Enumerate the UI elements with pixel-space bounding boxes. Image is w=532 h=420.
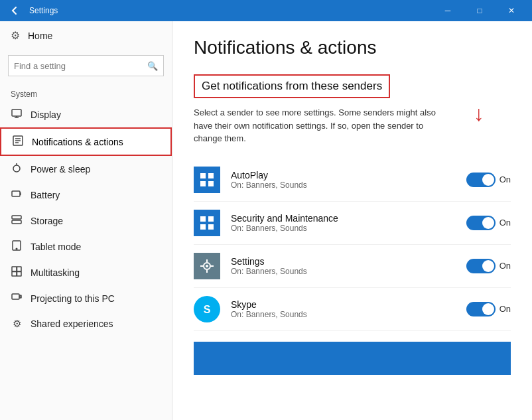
app-item-security[interactable]: Security and Maintenance On: Banners, So… (194, 202, 511, 245)
home-icon: ⚙ (11, 29, 20, 42)
svg-rect-16 (12, 267, 17, 271)
search-input[interactable] (14, 61, 147, 71)
storage-label: Storage (31, 216, 63, 226)
svg-point-34 (206, 265, 208, 267)
multitasking-icon (11, 266, 23, 279)
svg-rect-20 (12, 294, 19, 299)
tablet-label: Tablet mode (31, 242, 81, 252)
title-bar: Settings ─ □ ✕ (0, 0, 532, 21)
window-title: Settings (29, 6, 432, 15)
security-toggle[interactable] (466, 216, 496, 230)
skype-sub: On: Banners, Sounds (231, 310, 466, 319)
notifications-label: Notifications & actions (32, 137, 123, 147)
svg-rect-9 (12, 191, 20, 196)
app-item-skype[interactable]: S Skype On: Banners, Sounds On (194, 288, 511, 331)
skype-name: Skype (231, 299, 466, 310)
battery-icon (11, 188, 23, 201)
sidebar-item-projecting[interactable]: Projecting to this PC (0, 285, 172, 311)
svg-rect-12 (12, 216, 21, 219)
maximize-button[interactable]: □ (464, 0, 495, 21)
svg-point-7 (13, 165, 20, 172)
autoplay-toggle-area: On (466, 173, 511, 187)
autoplay-info: AutoPlay On: Banners, Sounds (231, 170, 466, 190)
security-toggle-label: On (499, 218, 511, 228)
shared-icon: ⚙ (11, 318, 23, 330)
settings-app-sub: On: Banners, Sounds (231, 267, 466, 276)
arrow-down-icon: ↓ (474, 103, 484, 124)
search-box: 🔍 (8, 55, 164, 76)
svg-rect-21 (20, 295, 21, 298)
power-label: Power & sleep (31, 164, 90, 175)
battery-label: Battery (31, 190, 60, 200)
sidebar-item-multitasking[interactable]: Multitasking (0, 259, 172, 285)
settings-window: Settings ─ □ ✕ ⚙ Home 🔍 System (0, 0, 532, 420)
projecting-icon (11, 292, 23, 305)
svg-point-15 (16, 248, 17, 249)
svg-text:S: S (204, 304, 211, 315)
svg-rect-23 (200, 173, 206, 178)
skype-toggle-label: On (499, 304, 511, 314)
settings-app-icon (194, 253, 220, 279)
display-icon (11, 108, 23, 121)
svg-rect-18 (12, 272, 17, 277)
sidebar-item-tablet[interactable]: Tablet mode (0, 234, 172, 259)
skype-icon: S (194, 296, 220, 322)
settings-toggle-area: On (466, 259, 511, 273)
section-header-box: Get notifications from these senders (194, 74, 390, 98)
skype-toggle[interactable] (466, 302, 496, 316)
app-list: AutoPlay On: Banners, Sounds On (194, 159, 511, 375)
back-button[interactable] (5, 1, 24, 20)
security-sub: On: Banners, Sounds (231, 224, 466, 233)
storage-icon (11, 214, 23, 227)
sidebar-item-power[interactable]: Power & sleep (0, 156, 172, 182)
svg-rect-30 (200, 224, 206, 230)
svg-rect-26 (208, 181, 214, 186)
sidebar-item-home[interactable]: ⚙ Home (0, 21, 172, 50)
search-icon: 🔍 (147, 61, 158, 71)
svg-rect-17 (17, 267, 22, 271)
skype-toggle-area: On (466, 302, 511, 316)
sidebar-item-shared[interactable]: ⚙ Shared experiences (0, 311, 172, 336)
minimize-button[interactable]: ─ (432, 0, 463, 21)
autoplay-toggle[interactable] (466, 173, 496, 187)
sidebar-item-display[interactable]: Display (0, 102, 172, 127)
arrow-indicator: ↓ (474, 103, 484, 124)
page-title: Notifications & actions (194, 37, 511, 58)
app-item-autoplay[interactable]: AutoPlay On: Banners, Sounds On (194, 159, 511, 202)
security-toggle-area: On (466, 216, 511, 230)
svg-rect-19 (17, 272, 22, 277)
content-area: ⚙ Home 🔍 System Display (0, 21, 532, 420)
sidebar-item-battery[interactable]: Battery (0, 182, 172, 208)
svg-rect-24 (208, 173, 214, 178)
svg-rect-25 (200, 181, 206, 186)
close-button[interactable]: ✕ (496, 0, 527, 21)
svg-rect-29 (208, 216, 214, 222)
svg-rect-13 (12, 220, 21, 224)
autoplay-name: AutoPlay (231, 170, 466, 180)
settings-toggle[interactable] (466, 259, 496, 273)
power-icon (11, 163, 23, 175)
sidebar: ⚙ Home 🔍 System Display (0, 21, 172, 420)
svg-rect-0 (12, 109, 21, 116)
shared-label: Shared experiences (31, 318, 113, 329)
sidebar-item-storage[interactable]: Storage (0, 208, 172, 234)
sidebar-section-label: System (0, 84, 172, 102)
svg-rect-31 (208, 224, 214, 230)
autoplay-icon (194, 167, 220, 193)
autoplay-toggle-label: On (499, 175, 511, 184)
display-label: Display (31, 109, 61, 120)
tablet-icon (11, 240, 23, 253)
settings-app-name: Settings (231, 256, 466, 267)
autoplay-sub: On: Banners, Sounds (231, 180, 466, 190)
multitasking-label: Multitasking (31, 267, 80, 278)
settings-app-info: Settings On: Banners, Sounds (231, 256, 466, 276)
skype-info: Skype On: Banners, Sounds (231, 299, 466, 319)
notifications-icon (12, 135, 24, 148)
security-icon (194, 210, 220, 236)
home-label: Home (28, 31, 52, 41)
app-item-settings[interactable]: Settings On: Banners, Sounds On (194, 245, 511, 288)
bottom-blue-bar (194, 342, 511, 375)
section-description: Select a sender to see more settings. So… (194, 106, 446, 145)
sidebar-item-notifications[interactable]: Notifications & actions (0, 127, 172, 156)
description-area: Select a sender to see more settings. So… (194, 106, 511, 145)
